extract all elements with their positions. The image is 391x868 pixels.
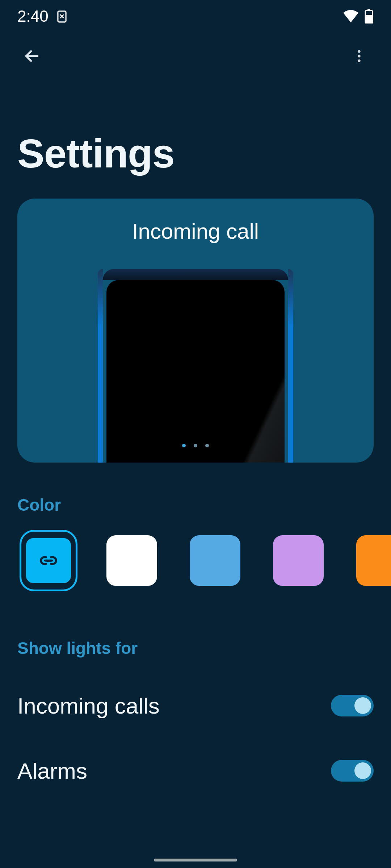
svg-point-4 (358, 50, 360, 53)
page-dot (205, 444, 209, 447)
section-header-show-lights: Show lights for (0, 591, 391, 673)
color-swatch-purple[interactable] (269, 530, 327, 591)
setting-row-alarms[interactable]: Alarms (0, 738, 391, 803)
app-bar (0, 33, 391, 80)
page-title: Settings (0, 80, 391, 199)
toggle-knob (354, 762, 371, 779)
page-dot (182, 444, 186, 447)
battery-saver-off-icon (55, 9, 69, 23)
phone-preview (98, 269, 293, 463)
more-options-button[interactable] (345, 42, 374, 71)
back-button[interactable] (17, 42, 46, 71)
setting-label: Incoming calls (17, 693, 160, 719)
status-right (342, 9, 374, 24)
color-swatch-white[interactable] (103, 530, 161, 591)
preview-title: Incoming call (132, 219, 259, 244)
status-bar: 2:40 (0, 0, 391, 33)
color-swatch-row[interactable] (0, 530, 391, 591)
status-left: 2:40 (17, 7, 69, 25)
preview-card[interactable]: Incoming call (17, 199, 374, 463)
more-vert-icon (351, 48, 367, 64)
page-dot (194, 444, 197, 447)
toggle-incoming-calls[interactable] (331, 695, 374, 716)
status-time: 2:40 (17, 7, 49, 25)
color-swatch-blue[interactable] (186, 530, 244, 591)
battery-icon (364, 9, 374, 24)
setting-row-incoming-calls[interactable]: Incoming calls (0, 673, 391, 738)
color-swatch-orange[interactable] (353, 530, 391, 591)
arrow-left-icon (22, 46, 42, 66)
wifi-icon (342, 9, 359, 23)
color-swatch-linked[interactable] (20, 530, 77, 591)
page-indicator (182, 444, 209, 447)
setting-label: Alarms (17, 758, 87, 784)
toggle-knob (354, 697, 371, 714)
svg-rect-3 (365, 15, 373, 24)
section-header-color: Color (0, 463, 391, 530)
link-icon (38, 550, 59, 571)
toggle-alarms[interactable] (331, 760, 374, 782)
navigation-handle[interactable] (154, 859, 237, 861)
svg-point-6 (358, 59, 360, 62)
svg-point-5 (358, 55, 360, 57)
